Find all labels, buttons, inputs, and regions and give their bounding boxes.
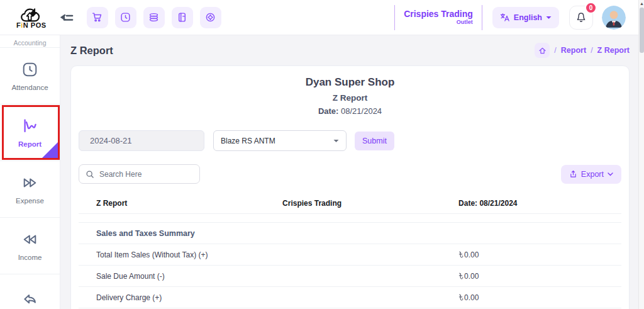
chevron-down-icon [333,139,339,143]
sidebar-item-label: Report [18,140,42,148]
z-report-table: Z Report Crispies Trading Date: 08/21/20… [79,193,621,309]
report-date: Date: 08/21/2024 [79,106,621,116]
search-icon [86,170,94,179]
table-spacer-row [79,214,621,223]
chevron-down-icon [546,16,552,20]
submit-button[interactable]: Submit [355,132,394,150]
header-quick-actions [87,7,221,28]
z-report-card: Dyan Super Shop Z Report Date: 08/21/202… [70,65,630,309]
section-title: Sales and Taxes Summary [96,229,195,238]
sidebar-item-label: Expense [16,197,44,205]
finpos-logo[interactable]: FiN POS [16,6,47,29]
export-label: Export [581,170,604,179]
breadcrumb-separator: / [591,46,592,55]
notifications-button[interactable]: 0 [569,6,593,30]
compass-icon[interactable] [200,7,221,28]
sidebar-item-expense[interactable]: Expense [0,161,60,218]
company-outlet-label: Outlet [404,19,473,25]
table-header-report: Z Report [96,199,127,208]
search-input[interactable] [99,170,193,179]
report-heading: Dyan Super Shop Z Report Date: 08/21/202… [79,76,621,116]
scrollbar-thumb[interactable] [640,8,644,53]
taka-currency-symbol [458,250,464,259]
table-toolbar: Export [79,164,621,184]
sidebar-item-attendance[interactable]: Attendance [0,48,60,104]
taka-currency-symbol [458,293,464,301]
shop-name: Dyan Super Shop [79,76,621,89]
company-name: Crispies Trading [404,9,473,19]
ledger-icon[interactable] [172,7,193,28]
sidebar-item-accounting[interactable]: Accounting [0,35,60,48]
row-value: 0.00 [458,293,479,302]
expense-forward-icon [21,174,38,191]
sidebar-item-label: Accounting [14,39,47,47]
layers-icon[interactable] [143,7,165,28]
table-row: Delivery Charge (+) 0.00 [79,287,621,308]
page-scrollbar[interactable]: ▲ [638,0,644,309]
income-rewind-icon [21,231,38,248]
active-corner-marker [42,142,58,158]
table-header-date: Date: 08/21/2024 [458,199,517,208]
sidebar-item-report[interactable]: Report [0,104,60,161]
language-selector[interactable]: English [492,7,559,28]
row-value: 0.00 [458,272,479,281]
breadcrumb-report-link[interactable]: Report [561,46,586,55]
table-row: Sale Due Amount (-) 0.00 [79,266,621,287]
chevron-down-icon [608,172,613,176]
scrollbar-up-arrow[interactable]: ▲ [640,1,644,6]
attendance-clock-icon [21,61,38,78]
sidebar-nav: Accounting Attendance Report Ex [0,35,60,309]
report-chart-icon [21,117,39,135]
main-content: Z Report / Report / Z Report Dyan Super … [60,35,638,309]
sidebar-item-label: Income [18,254,42,261]
row-label: Delivery Charge (+) [96,293,162,302]
translate-icon [500,13,510,22]
row-label: Total Item Sales (Without Tax) (+) [96,250,208,259]
table-header-company: Crispies Trading [282,199,341,208]
notification-count-badge: 0 [585,2,597,14]
return-arrow-icon [21,291,38,308]
outlet-select[interactable]: Blaze RS ANTM [213,130,347,151]
table-section-row: Sales and Taxes Summary [79,223,621,244]
report-filter-form: Blaze RS ANTM Submit [79,130,621,151]
top-header: FiN POS [0,0,638,35]
page-header: Z Report / Report / Z Report [60,35,638,65]
company-block: Crispies Trading Outlet [404,9,473,25]
table-header-row: Z Report Crispies Trading Date: 08/21/20… [79,193,621,214]
table-row: Total Item Sales (Without Tax) (+) 0.00 [79,244,621,266]
bell-icon [575,12,587,23]
user-avatar[interactable] [602,6,626,30]
export-icon [569,170,577,179]
sidebar-item-income[interactable]: Income [0,218,60,274]
sidebar-item-return[interactable] [0,274,60,309]
home-icon[interactable] [535,43,550,58]
cloud-logo-icon [19,6,43,23]
breadcrumb: / Report / Z Report [535,43,630,58]
breadcrumb-separator: / [554,46,556,55]
outlet-selected-value: Blaze RS ANTM [221,137,275,145]
date-input[interactable] [79,130,204,151]
page-title: Z Report [70,45,113,57]
row-value: 0.00 [458,250,479,259]
cart-icon[interactable] [87,7,108,28]
language-label: English [514,13,542,22]
row-label: Sale Due Amount (-) [96,272,165,281]
header-divider [394,5,395,30]
taka-currency-symbol [458,272,464,280]
clock-icon[interactable] [115,7,136,28]
sidebar-item-label: Attendance [11,84,48,91]
search-box[interactable] [79,164,200,184]
sidebar-collapse-icon[interactable] [59,11,74,24]
report-title: Z Report [79,93,621,103]
breadcrumb-current: Z Report [597,46,630,55]
header-divider [482,5,482,30]
export-button[interactable]: Export [561,165,621,184]
brand-name: FiN POS [16,22,47,29]
